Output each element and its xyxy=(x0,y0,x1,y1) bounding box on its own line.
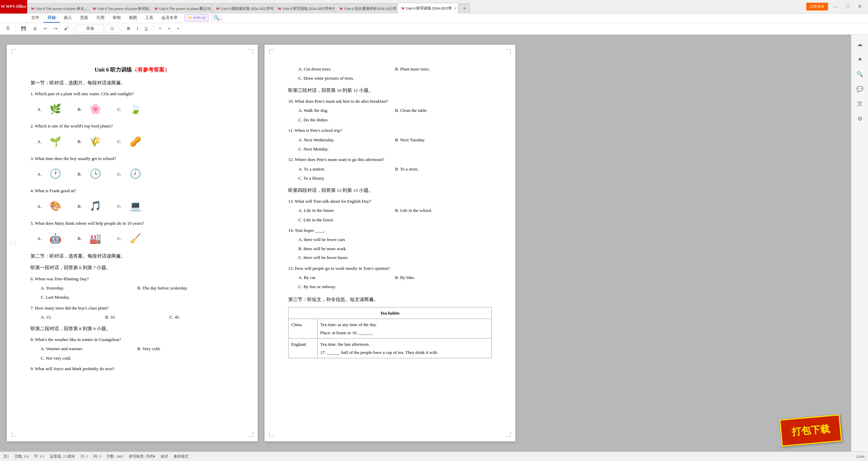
tab-label-1: Unit 6 The power of plants 单元... xyxy=(36,6,87,11)
ribbon-tab-review[interactable]: 审阅 xyxy=(108,14,125,23)
status-page-text: 页1 xyxy=(3,454,9,459)
q8-option-a: A. Warmer and warmer. xyxy=(41,345,137,353)
q15-option-c-row: C. By bus or subway. xyxy=(298,283,492,290)
q7-options: A. 15. B. 35. C. 45. xyxy=(41,313,234,321)
tab-label-3: Unit 6 The power of plants重点句... xyxy=(159,6,212,11)
q13-option-c: C. Life in the forest. xyxy=(298,216,492,224)
print-button[interactable]: 🖨 xyxy=(30,25,40,32)
section2-sub4: 听第四段对话，回答第 13 到第 15 小题。 xyxy=(288,186,492,195)
question-2: 2. Which is one of the world's top food … xyxy=(31,122,234,130)
toolbar-menu-icon[interactable]: ☰ xyxy=(3,25,13,32)
bold-button[interactable]: B xyxy=(124,25,133,32)
register-button[interactable]: 立即登录 xyxy=(806,3,828,11)
minimize-button[interactable]: — xyxy=(831,2,840,12)
new-tab-btn[interactable]: + xyxy=(459,3,470,14)
tab-close-7[interactable]: ✕ xyxy=(454,6,457,10)
font-selector[interactable]: 宋体 xyxy=(77,24,104,33)
tab-bar: W Unit 6 The power of plants 单元... W Uni… xyxy=(27,0,803,14)
italic-button[interactable]: I xyxy=(134,25,141,32)
q11-options: A. Next Wednesday. B. Next Tuesday. xyxy=(298,136,492,144)
sidebar-icon-translate[interactable]: 文 xyxy=(854,98,866,110)
ribbon-toolbar: ☰ 💾 🖨 ↩ ↪ 🖌 宋体 12 B I U ≡ ≡ ≡ xyxy=(0,23,868,35)
corner-mark-bl xyxy=(12,432,16,437)
status-words-text: 字数: 1401 xyxy=(106,454,123,459)
status-col: 列: 1 xyxy=(94,454,101,459)
q5-img-a: 🤖 xyxy=(44,228,67,249)
doc-tab-5[interactable]: W Unit 6 听写训练 2024-2025学年外初... xyxy=(274,3,335,14)
sidebar-icon-cloud[interactable]: ☁ xyxy=(854,38,866,50)
q10-option-c: C. Do the dishes. xyxy=(298,116,492,124)
table-cell-china-country: China xyxy=(289,319,318,339)
search-box[interactable]: 🔍 xyxy=(211,14,222,21)
doc-page-left: ⋮⋮ Unit 6 听力训练（有参考答案） 第一节：听对话，选图片。每段对话读两… xyxy=(7,45,258,441)
align-right[interactable]: ≡ xyxy=(174,25,182,32)
tea-habits-table: Tea habits China Tea time: at any time o… xyxy=(288,307,492,358)
ribbon-tab-insert[interactable]: 插入 xyxy=(60,14,76,23)
q6-option-b: B. The day before yesterday. xyxy=(137,284,234,292)
ribbon-tab-page[interactable]: 页面 xyxy=(76,14,92,23)
q8-options: A. Warmer and warmer. B. Very cold. xyxy=(41,345,234,353)
sidebar-icon-star[interactable]: ★ xyxy=(854,53,866,65)
q14-option-c: C. there will be fewer buses xyxy=(298,254,492,261)
status-col-text: 列: 1 xyxy=(94,454,101,459)
align-center[interactable]: ≡ xyxy=(165,25,173,32)
undo-button[interactable]: ↩ xyxy=(41,25,50,32)
doc-tab-7[interactable]: W Unit 6 听写训练 2024-2025学 ✕ xyxy=(397,3,458,14)
q2-options: A. 🌱 B. 🌾 C. 🥜 xyxy=(37,132,234,152)
sidebar-icon-settings[interactable]: ⚙ xyxy=(854,113,866,125)
doc-tab-6[interactable]: W Unit 6 综合量测评价2024-2025学年... xyxy=(336,3,397,14)
q2-option-a: A. 🌱 xyxy=(37,132,67,152)
tea-table-container: Tea habits China Tea time: at any time o… xyxy=(288,307,492,358)
ribbon-tab-ref[interactable]: 引用 xyxy=(92,14,108,23)
corner-mark-tl-r xyxy=(269,49,274,54)
underline-button[interactable]: U xyxy=(142,25,151,32)
q6-option-a: A. Yesterday. xyxy=(41,284,137,292)
sidebar-icon-search[interactable]: 🔍 xyxy=(854,68,866,80)
drag-handle: ⋮⋮ xyxy=(9,239,17,247)
doc-tab-2[interactable]: W Unit 6 The power of plants单词知... xyxy=(89,3,150,14)
maximize-button[interactable]: □ xyxy=(843,2,852,12)
redo-button[interactable]: ↪ xyxy=(51,25,60,32)
search-icon: 🔍 xyxy=(214,15,219,21)
status-spell-text: 拼写检查: 关闭▾ xyxy=(129,454,155,459)
font-size[interactable]: 12 xyxy=(105,25,119,33)
status-row: 行: 1 xyxy=(81,454,88,459)
save-button[interactable]: 💾 xyxy=(18,25,29,32)
status-words: 字数: 1401 xyxy=(106,454,123,459)
q15-option-c: C. By bus or subway. xyxy=(298,283,492,290)
ribbon-tab-start[interactable]: 开始 xyxy=(43,14,60,23)
separator-3 xyxy=(121,25,122,32)
corner-mark-br xyxy=(248,432,253,437)
status-spell[interactable]: 拼写检查: 关闭▾ xyxy=(129,454,155,459)
q9-option-b: B. Plant more trees. xyxy=(395,65,492,73)
status-row-text: 行: 1 xyxy=(81,454,88,459)
sidebar-icon-comment[interactable]: 💬 xyxy=(854,83,866,95)
download-button[interactable]: 打包下载 xyxy=(780,414,842,446)
status-proofread[interactable]: 校对 xyxy=(161,454,168,459)
table-cell-china-content: Tea time: at any time of the day. Place:… xyxy=(317,319,491,339)
section2-header: 第二节：听对话，选答案。每段对话读两遍。 xyxy=(31,252,234,260)
close-button[interactable]: ✕ xyxy=(855,2,865,12)
doc-tab-1[interactable]: W Unit 6 The power of plants 单元... xyxy=(27,3,88,14)
tab-label-5: Unit 6 听写训练 2024-2025学年外初... xyxy=(282,6,335,11)
england-line2: 17. ______ half of the people have a cup… xyxy=(320,348,489,356)
wps-ai-button[interactable]: ⚡ WPS AI xyxy=(184,14,209,21)
ribbon-tab-view[interactable]: 视图 xyxy=(125,14,141,23)
format-painter[interactable]: 🖌 xyxy=(61,25,71,32)
doc-title: Unit 6 听力训练（有参考答案） xyxy=(31,65,234,75)
doc-tab-3[interactable]: W Unit 6 The power of plants重点句... xyxy=(151,3,212,14)
status-zoom[interactable]: 120% xyxy=(856,455,865,459)
q6-options: A. Yesterday. B. The day before yesterda… xyxy=(41,284,234,292)
status-pos-text: 设置值: 2.5厘米 xyxy=(50,454,75,459)
table-title: Tea habits xyxy=(289,307,492,319)
ribbon-tab-file[interactable]: 文件 xyxy=(27,14,43,23)
doc-tab-4[interactable]: W Unit 6 模拟测试卷 2024-2025学年外... xyxy=(212,3,273,14)
align-left[interactable]: ≡ xyxy=(156,25,164,32)
ribbon-tab-vip[interactable]: 会员专享 xyxy=(157,14,182,23)
tab-label-7: Unit 6 听写训练 2024-2025学 xyxy=(406,6,452,11)
corner-mark-tr xyxy=(248,49,253,54)
question-13: 13. What will Tom talk about for English… xyxy=(288,197,492,205)
ribbon-tab-tools[interactable]: 工具 xyxy=(141,14,157,23)
q2-option-b: B. 🌾 xyxy=(78,132,107,152)
q1-option-b: B. 🌸 xyxy=(78,99,107,119)
